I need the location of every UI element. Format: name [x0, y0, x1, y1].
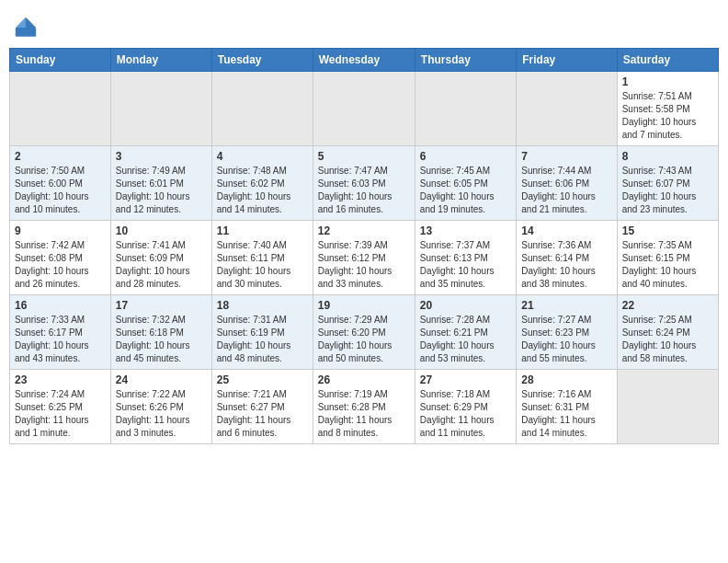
day-number: 25 — [217, 373, 308, 386]
day-number: 5 — [318, 150, 410, 163]
calendar-cell: 6Sunrise: 7:45 AM Sunset: 6:05 PM Daylig… — [415, 146, 516, 221]
calendar-cell: 5Sunrise: 7:47 AM Sunset: 6:03 PM Daylig… — [313, 146, 415, 221]
calendar-cell: 12Sunrise: 7:39 AM Sunset: 6:12 PM Dayli… — [313, 221, 415, 295]
day-number: 28 — [521, 373, 611, 386]
day-info: Sunrise: 7:40 AM Sunset: 6:11 PM Dayligh… — [217, 239, 308, 291]
day-info: Sunrise: 7:24 AM Sunset: 6:25 PM Dayligh… — [15, 388, 106, 440]
day-header-sunday: Sunday — [10, 49, 111, 72]
calendar-cell: 23Sunrise: 7:24 AM Sunset: 6:25 PM Dayli… — [10, 370, 111, 444]
day-number: 2 — [15, 150, 106, 163]
day-number: 7 — [521, 150, 611, 163]
calendar-cell — [10, 72, 111, 146]
day-info: Sunrise: 7:27 AM Sunset: 6:23 PM Dayligh… — [521, 314, 611, 365]
calendar-cell: 11Sunrise: 7:40 AM Sunset: 6:11 PM Dayli… — [211, 221, 313, 295]
week-row: 9Sunrise: 7:42 AM Sunset: 6:08 PM Daylig… — [10, 221, 719, 295]
calendar-cell: 19Sunrise: 7:29 AM Sunset: 6:20 PM Dayli… — [313, 295, 415, 370]
day-info: Sunrise: 7:33 AM Sunset: 6:17 PM Dayligh… — [15, 314, 106, 365]
week-row: 2Sunrise: 7:50 AM Sunset: 6:00 PM Daylig… — [10, 146, 719, 221]
day-info: Sunrise: 7:31 AM Sunset: 6:19 PM Dayligh… — [217, 314, 308, 365]
day-info: Sunrise: 7:45 AM Sunset: 6:05 PM Dayligh… — [420, 165, 511, 216]
day-number: 22 — [622, 299, 713, 312]
calendar-cell: 16Sunrise: 7:33 AM Sunset: 6:17 PM Dayli… — [10, 295, 111, 370]
day-number: 13 — [420, 224, 511, 237]
day-info: Sunrise: 7:44 AM Sunset: 6:06 PM Dayligh… — [521, 165, 611, 216]
calendar-cell: 21Sunrise: 7:27 AM Sunset: 6:23 PM Dayli… — [517, 295, 617, 370]
day-info: Sunrise: 7:18 AM Sunset: 6:29 PM Dayligh… — [420, 388, 511, 440]
calendar-cell — [415, 72, 516, 146]
day-header-friday: Friday — [517, 49, 617, 72]
day-info: Sunrise: 7:16 AM Sunset: 6:31 PM Dayligh… — [521, 388, 611, 440]
calendar-cell: 13Sunrise: 7:37 AM Sunset: 6:13 PM Dayli… — [415, 221, 516, 295]
logo-icon — [13, 15, 39, 40]
week-row: 1Sunrise: 7:51 AM Sunset: 5:58 PM Daylig… — [10, 72, 719, 146]
calendar-cell: 8Sunrise: 7:43 AM Sunset: 6:07 PM Daylig… — [617, 146, 718, 221]
calendar-cell: 24Sunrise: 7:22 AM Sunset: 6:26 PM Dayli… — [110, 370, 211, 444]
svg-marker-0 — [26, 17, 36, 28]
page-header — [9, 9, 719, 40]
day-number: 9 — [15, 224, 106, 237]
day-number: 10 — [116, 224, 207, 237]
calendar-cell: 18Sunrise: 7:31 AM Sunset: 6:19 PM Dayli… — [211, 295, 313, 370]
calendar-table: SundayMondayTuesdayWednesdayThursdayFrid… — [9, 48, 719, 444]
day-info: Sunrise: 7:42 AM Sunset: 6:08 PM Dayligh… — [15, 239, 106, 291]
calendar-cell — [313, 72, 415, 146]
calendar-cell: 25Sunrise: 7:21 AM Sunset: 6:27 PM Dayli… — [211, 370, 313, 444]
day-number: 15 — [622, 224, 713, 237]
day-number: 3 — [116, 150, 207, 163]
calendar-cell: 27Sunrise: 7:18 AM Sunset: 6:29 PM Dayli… — [415, 370, 516, 444]
day-info: Sunrise: 7:47 AM Sunset: 6:03 PM Dayligh… — [318, 165, 410, 216]
day-info: Sunrise: 7:25 AM Sunset: 6:24 PM Dayligh… — [622, 314, 713, 365]
day-number: 17 — [116, 299, 207, 312]
day-number: 20 — [420, 299, 511, 312]
day-number: 6 — [420, 150, 511, 163]
calendar-cell: 10Sunrise: 7:41 AM Sunset: 6:09 PM Dayli… — [110, 221, 211, 295]
day-number: 16 — [15, 299, 106, 312]
calendar-cell: 9Sunrise: 7:42 AM Sunset: 6:08 PM Daylig… — [10, 221, 111, 295]
week-row: 23Sunrise: 7:24 AM Sunset: 6:25 PM Dayli… — [10, 370, 719, 444]
day-number: 12 — [318, 224, 410, 237]
day-info: Sunrise: 7:37 AM Sunset: 6:13 PM Dayligh… — [420, 239, 511, 291]
day-number: 8 — [622, 150, 713, 163]
day-info: Sunrise: 7:39 AM Sunset: 6:12 PM Dayligh… — [318, 239, 410, 291]
day-number: 1 — [622, 75, 713, 88]
calendar-cell — [110, 72, 211, 146]
day-header-saturday: Saturday — [617, 49, 718, 72]
logo — [13, 13, 42, 40]
day-number: 18 — [217, 299, 308, 312]
day-info: Sunrise: 7:48 AM Sunset: 6:02 PM Dayligh… — [217, 165, 308, 216]
calendar-cell — [617, 370, 718, 444]
day-number: 14 — [521, 224, 611, 237]
day-number: 19 — [318, 299, 410, 312]
day-number: 27 — [420, 373, 511, 386]
day-number: 21 — [521, 299, 611, 312]
day-header-wednesday: Wednesday — [313, 49, 415, 72]
day-header-tuesday: Tuesday — [211, 49, 313, 72]
calendar-header-row: SundayMondayTuesdayWednesdayThursdayFrid… — [10, 49, 719, 72]
day-number: 11 — [217, 224, 308, 237]
calendar-cell: 20Sunrise: 7:28 AM Sunset: 6:21 PM Dayli… — [415, 295, 516, 370]
calendar-cell: 2Sunrise: 7:50 AM Sunset: 6:00 PM Daylig… — [10, 146, 111, 221]
day-info: Sunrise: 7:28 AM Sunset: 6:21 PM Dayligh… — [420, 314, 511, 365]
day-header-thursday: Thursday — [415, 49, 516, 72]
day-info: Sunrise: 7:50 AM Sunset: 6:00 PM Dayligh… — [15, 165, 106, 216]
calendar-cell: 17Sunrise: 7:32 AM Sunset: 6:18 PM Dayli… — [110, 295, 211, 370]
day-header-monday: Monday — [110, 49, 211, 72]
day-number: 4 — [217, 150, 308, 163]
day-info: Sunrise: 7:41 AM Sunset: 6:09 PM Dayligh… — [116, 239, 207, 291]
week-row: 16Sunrise: 7:33 AM Sunset: 6:17 PM Dayli… — [10, 295, 719, 370]
svg-marker-1 — [16, 17, 26, 28]
day-info: Sunrise: 7:19 AM Sunset: 6:28 PM Dayligh… — [318, 388, 410, 440]
day-info: Sunrise: 7:49 AM Sunset: 6:01 PM Dayligh… — [116, 165, 207, 216]
day-info: Sunrise: 7:43 AM Sunset: 6:07 PM Dayligh… — [622, 165, 713, 216]
calendar-cell — [517, 72, 617, 146]
calendar-cell: 1Sunrise: 7:51 AM Sunset: 5:58 PM Daylig… — [617, 72, 718, 146]
day-info: Sunrise: 7:22 AM Sunset: 6:26 PM Dayligh… — [116, 388, 207, 440]
day-info: Sunrise: 7:51 AM Sunset: 5:58 PM Dayligh… — [622, 90, 713, 142]
day-info: Sunrise: 7:35 AM Sunset: 6:15 PM Dayligh… — [622, 239, 713, 291]
calendar-cell: 28Sunrise: 7:16 AM Sunset: 6:31 PM Dayli… — [517, 370, 617, 444]
day-number: 26 — [318, 373, 410, 386]
calendar-cell: 7Sunrise: 7:44 AM Sunset: 6:06 PM Daylig… — [517, 146, 617, 221]
calendar-cell: 26Sunrise: 7:19 AM Sunset: 6:28 PM Dayli… — [313, 370, 415, 444]
calendar-cell — [211, 72, 313, 146]
calendar-cell: 15Sunrise: 7:35 AM Sunset: 6:15 PM Dayli… — [617, 221, 718, 295]
